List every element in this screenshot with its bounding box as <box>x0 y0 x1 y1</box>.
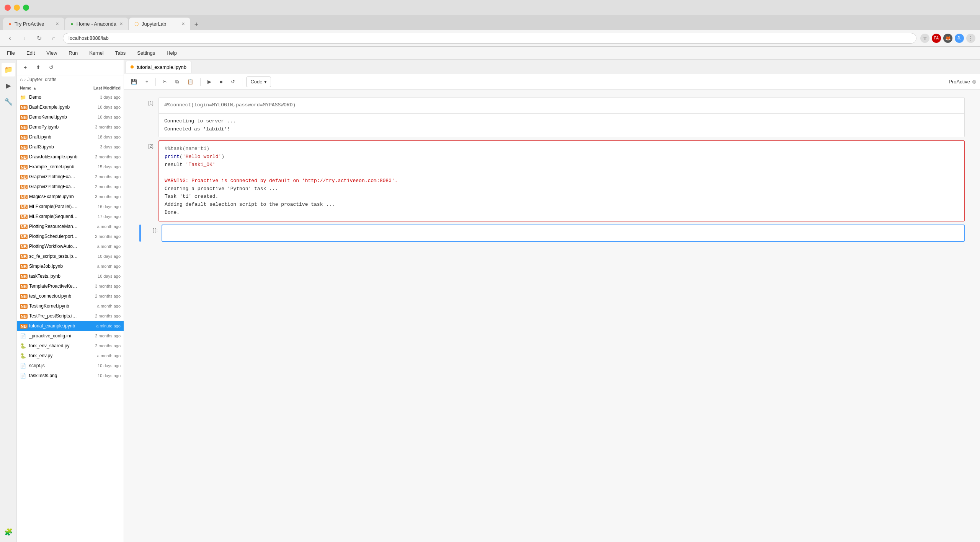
address-input[interactable] <box>63 33 916 44</box>
file-item-4[interactable]: NB Draft.ipynb 18 days ago <box>17 132 124 142</box>
file-item-25[interactable]: 🐍 fork_env_shared.py 2 months ago <box>17 341 124 351</box>
file-name-22: TestPre_postScripts.ipynb <box>29 313 78 319</box>
cell-1[interactable]: [1]: #%connect(login=MYLOGIN,password=MY… <box>139 97 965 137</box>
file-item-20[interactable]: NB test_connector.ipynb 2 months ago <box>17 291 124 301</box>
sidebar-icon-files[interactable]: 📁 <box>2 63 15 76</box>
fb-path-folder[interactable]: Jupyter_drafts <box>27 77 56 82</box>
file-item-19[interactable]: NB TemplateProactiveKernel.ipy... 3 mont… <box>17 281 124 291</box>
file-item-16[interactable]: NB sc_fe_scripts_tests.ipynb 10 days ago <box>17 251 124 261</box>
file-item-27[interactable]: 📄 script.js 10 days ago <box>17 361 124 371</box>
paste-button[interactable]: 📋 <box>184 76 196 87</box>
file-item-17[interactable]: NB SimpleJob.ipynb a month ago <box>17 261 124 271</box>
file-item-5[interactable]: NB Draft3.ipynb 3 days ago <box>17 142 124 152</box>
cell-1-content[interactable]: #%connect(login=MYLOGIN,password=MYPASSW… <box>158 97 965 137</box>
file-item-26[interactable]: 🐍 fork_env.py a month ago <box>17 351 124 361</box>
file-name-9: GraphvizPlottingExample2.ip... <box>29 184 78 189</box>
refresh-button[interactable]: ↻ <box>34 33 44 44</box>
tab2-close[interactable]: ✕ <box>119 21 123 26</box>
browser-tab-3[interactable]: ⬡ JupyterLab ✕ <box>129 18 190 30</box>
copy-button[interactable]: ⧉ <box>172 76 182 87</box>
home-button[interactable]: ⌂ <box>48 33 59 44</box>
file-name-17: SimpleJob.ipynb <box>29 264 78 269</box>
forward-button[interactable]: › <box>19 33 30 44</box>
cell-1-code[interactable]: #%connect(login=MYLOGIN,password=MYPASSW… <box>159 98 964 113</box>
sidebar-icon-extensions[interactable]: 🧩 <box>2 525 15 539</box>
tab3-label: JupyterLab <box>142 21 166 27</box>
file-item-28[interactable]: 📄 taskTests.png 10 days ago <box>17 371 124 381</box>
tab1-close[interactable]: ✕ <box>56 21 59 26</box>
file-item-12[interactable]: NB MLExample(Sequential).ipynb 17 days a… <box>17 212 124 221</box>
file-item-23[interactable]: NB tutorial_example.ipynb a minute ago <box>17 321 124 331</box>
file-item-6[interactable]: NB DrawJobExample.ipynb 2 months ago <box>17 152 124 162</box>
bookmark-icon[interactable]: ☆ <box>920 34 929 43</box>
fb-refresh[interactable]: ↺ <box>46 62 57 73</box>
cell-3[interactable]: [ ]: ​ <box>139 225 965 242</box>
traffic-light-red[interactable] <box>5 5 11 11</box>
new-tab-button[interactable]: + <box>191 19 202 30</box>
cell-2-output: WARNING: Proactive is connected by defau… <box>159 173 964 221</box>
extension-icon-3[interactable]: JL <box>955 34 964 43</box>
file-item-18[interactable]: NB taskTests.ipynb 10 days ago <box>17 271 124 281</box>
fb-upload[interactable]: ⬆ <box>33 62 44 73</box>
file-icon-16: NB <box>20 254 27 259</box>
file-icon-0: 📁 <box>20 94 27 100</box>
sidebar-icon-tools[interactable]: 🔧 <box>2 95 15 109</box>
file-col-name[interactable]: Name ▲ <box>20 86 78 90</box>
file-item-21[interactable]: NB TestingKernel.ipynb a month ago <box>17 301 124 311</box>
sidebar-icon-run[interactable]: ▶ <box>2 79 15 93</box>
file-item-22[interactable]: NB TestPre_postScripts.ipynb 2 months ag… <box>17 311 124 321</box>
file-item-10[interactable]: NB MagicsExample.ipynb 3 months ago <box>17 192 124 202</box>
menu-view[interactable]: View <box>44 49 59 57</box>
stop-button[interactable]: ■ <box>217 76 226 87</box>
menu-run[interactable]: Run <box>66 49 80 57</box>
file-item-1[interactable]: NB BashExample.ipynb 10 days ago <box>17 102 124 112</box>
menu-button[interactable]: ⋮ <box>966 34 975 43</box>
cell-2-content[interactable]: #%task(name=t1) print('Hello world') res… <box>158 140 965 221</box>
proactive-dot <box>972 80 976 84</box>
cell-2-number: [2]: <box>139 140 158 221</box>
cut-button[interactable]: ✂ <box>160 76 170 87</box>
restart-button[interactable]: ↺ <box>228 76 238 87</box>
file-item-11[interactable]: NB MLExample(Parallel).ipynb 16 days ago <box>17 202 124 212</box>
browser-tab-1[interactable]: ● Try ProActive ✕ <box>3 18 64 30</box>
fb-new-folder[interactable]: + <box>20 62 31 73</box>
menu-help[interactable]: Help <box>164 49 179 57</box>
file-col-modified[interactable]: Last Modified <box>78 86 121 90</box>
file-item-2[interactable]: NB DemoKernel.ipynb 10 days ago <box>17 112 124 122</box>
menu-tabs[interactable]: Tabs <box>113 49 128 57</box>
menu-file[interactable]: File <box>5 49 17 57</box>
file-icon-25: 🐍 <box>20 343 27 349</box>
extension-icon-2[interactable]: 🦊 <box>943 34 952 43</box>
tab3-favicon: ⬡ <box>134 21 139 27</box>
run-button[interactable]: ▶ <box>204 76 214 87</box>
menu-kernel[interactable]: Kernel <box>87 49 106 57</box>
extension-icon-1[interactable]: PA <box>932 34 941 43</box>
file-item-14[interactable]: NB PlottingSchedulerportal.ipynb 2 month… <box>17 231 124 241</box>
traffic-light-yellow[interactable] <box>14 5 20 11</box>
browser-tab-2[interactable]: ● Home - Anaconda ✕ <box>65 18 128 30</box>
tab3-close[interactable]: ✕ <box>181 21 185 26</box>
cell-1-number: [1]: <box>139 97 158 137</box>
file-item-3[interactable]: NB DemoPy.ipynb 3 months ago <box>17 122 124 132</box>
notebook-tab-1[interactable]: tutorial_example.ipynb <box>126 61 191 73</box>
fb-path-home[interactable]: ⌂ <box>20 77 23 82</box>
add-cell-button[interactable]: + <box>142 76 152 87</box>
menu-settings[interactable]: Settings <box>135 49 157 57</box>
file-item-15[interactable]: NB PlottingWorkflowAutomation... a month… <box>17 241 124 251</box>
cell-2[interactable]: [2]: #%task(name=t1) print('Hello world'… <box>139 140 965 221</box>
cell-2-code[interactable]: #%task(name=t1) print('Hello world') res… <box>159 141 964 173</box>
notebook-tabs: tutorial_example.ipynb <box>124 60 980 74</box>
menu-edit[interactable]: Edit <box>24 49 37 57</box>
file-item-24[interactable]: 📄 _proactive_config.ini 2 months ago <box>17 331 124 341</box>
file-item-7[interactable]: NB Example_kernel.ipynb 15 days ago <box>17 162 124 172</box>
save-button[interactable]: 💾 <box>128 76 140 87</box>
cell-type-select[interactable]: Code ▾ <box>246 76 271 87</box>
file-item-0[interactable]: 📁 Demo 3 days ago <box>17 92 124 102</box>
file-item-13[interactable]: NB PlottingResourceManager.ip... a month… <box>17 221 124 231</box>
file-item-9[interactable]: NB GraphvizPlottingExample2.ip... 2 mont… <box>17 182 124 192</box>
traffic-light-green[interactable] <box>23 5 29 11</box>
back-button[interactable]: ‹ <box>5 33 15 44</box>
cell-3-code[interactable]: ​ <box>162 225 964 241</box>
cell-3-content[interactable]: ​ <box>162 225 965 242</box>
file-item-8[interactable]: NB GraphvizPlottingExample.ipy... 2 mont… <box>17 172 124 182</box>
